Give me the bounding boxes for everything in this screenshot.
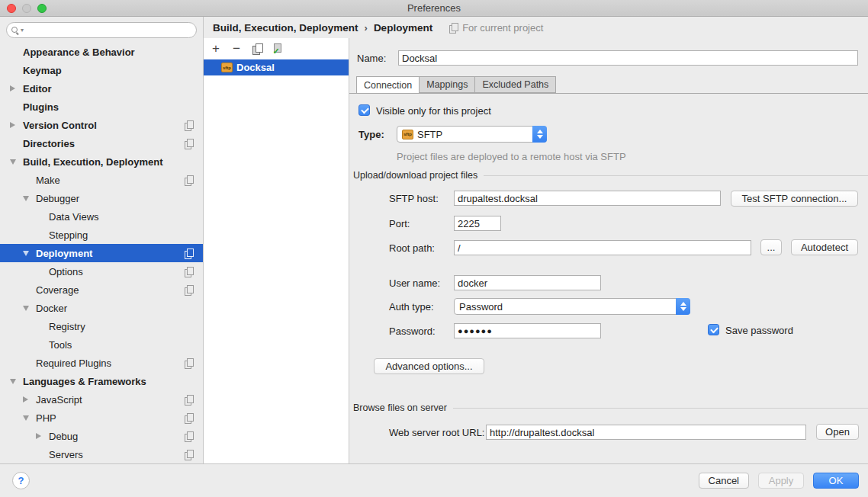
sidebar-item-languages-frameworks[interactable]: Languages & Frameworks xyxy=(0,372,203,390)
tab-label: Connection xyxy=(364,80,412,91)
sidebar-item-label: Stepping xyxy=(49,229,88,241)
copy-icon xyxy=(252,43,262,54)
cancel-button[interactable]: Cancel xyxy=(699,473,749,489)
port-input[interactable] xyxy=(454,216,501,231)
sidebar-item-label: Make xyxy=(36,175,60,186)
chevron-down-icon[interactable] xyxy=(23,306,29,311)
autodetect-button[interactable]: Autodetect xyxy=(791,239,858,255)
root-path-input[interactable] xyxy=(454,240,751,255)
sidebar-item-stepping[interactable]: Stepping xyxy=(0,226,203,244)
web-root-input[interactable] xyxy=(486,425,806,440)
add-server-button[interactable]: + xyxy=(209,42,223,56)
name-input[interactable] xyxy=(398,50,858,66)
chevron-right-icon[interactable] xyxy=(10,122,15,128)
server-list-item-docksal[interactable]: sftp Docksal xyxy=(204,59,349,75)
sidebar-item-required-plugins[interactable]: Required Plugins xyxy=(0,354,203,372)
chevron-down-icon[interactable]: ▾ xyxy=(21,27,24,34)
preferences-window: Preferences ▾ Appearance & Behavior Keym… xyxy=(0,0,868,497)
visible-only-checkbox[interactable] xyxy=(358,104,370,116)
sidebar-item-label: Plugins xyxy=(23,101,59,113)
project-level-icon xyxy=(185,358,194,368)
settings-sidebar: ▾ Appearance & Behavior Keymap Editor Pl… xyxy=(0,17,204,463)
tab-label: Excluded Paths xyxy=(482,79,548,90)
project-level-icon xyxy=(185,285,194,295)
chevron-down-icon[interactable] xyxy=(23,415,29,421)
sidebar-item-label: Keymap xyxy=(23,65,62,76)
chevron-down-icon[interactable] xyxy=(23,196,29,201)
chevron-down-icon[interactable] xyxy=(10,159,16,165)
sidebar-item-make[interactable]: Make xyxy=(0,171,203,189)
type-value: SFTP xyxy=(417,129,442,140)
auth-type-select[interactable]: Password xyxy=(454,298,690,315)
chevron-down-icon[interactable] xyxy=(23,251,29,256)
close-button[interactable] xyxy=(7,4,16,13)
sftp-host-input[interactable] xyxy=(454,191,721,206)
server-list-pane: + − ✓ sftp Docksal xyxy=(204,38,349,463)
section-label: Browse files on server xyxy=(353,402,447,413)
copy-server-button[interactable] xyxy=(250,42,264,56)
remove-server-button[interactable]: − xyxy=(230,42,243,56)
tab-connection[interactable]: Connection xyxy=(356,76,420,94)
sidebar-item-label: Registry xyxy=(49,321,85,332)
breadcrumb-separator: › xyxy=(363,22,369,34)
zoom-button[interactable] xyxy=(37,4,47,13)
sidebar-item-coverage[interactable]: Coverage xyxy=(0,281,203,299)
search-input[interactable]: ▾ xyxy=(6,22,197,38)
scope-label: For current project xyxy=(462,22,543,34)
upload-section-header: Upload/download project files xyxy=(353,170,868,181)
sidebar-item-php-debug[interactable]: Debug xyxy=(0,427,203,445)
type-select[interactable]: sftp SFTP xyxy=(397,126,547,143)
user-name-input[interactable] xyxy=(454,275,601,290)
ok-button[interactable]: OK xyxy=(813,473,859,489)
root-path-label: Root path: xyxy=(389,242,435,254)
use-as-default-icon: ✓ xyxy=(273,43,283,54)
sidebar-item-label: PHP xyxy=(36,412,56,424)
chevron-right-icon[interactable] xyxy=(36,433,41,439)
sidebar-item-keymap[interactable]: Keymap xyxy=(0,61,203,79)
save-password-label: Save password xyxy=(725,325,793,336)
browse-root-path-button[interactable]: ... xyxy=(760,239,782,255)
sidebar-item-options[interactable]: Options xyxy=(0,262,203,281)
project-level-icon xyxy=(185,139,194,149)
tab-excluded-paths[interactable]: Excluded Paths xyxy=(475,76,556,93)
sidebar-item-data-views[interactable]: Data Views xyxy=(0,207,203,226)
sidebar-item-build-execution-deployment[interactable]: Build, Execution, Deployment xyxy=(0,152,203,171)
chevron-right-icon[interactable] xyxy=(10,85,15,91)
sidebar-item-editor[interactable]: Editor xyxy=(0,79,203,98)
help-button[interactable]: ? xyxy=(12,472,30,489)
sftp-host-label: SFTP host: xyxy=(389,193,439,204)
advanced-options-button[interactable]: Advanced options... xyxy=(374,358,484,374)
project-level-icon xyxy=(185,395,194,405)
sidebar-item-php[interactable]: PHP xyxy=(0,409,203,427)
project-level-icon xyxy=(449,23,458,33)
sidebar-item-registry[interactable]: Registry xyxy=(0,317,203,335)
save-password-checkbox[interactable] xyxy=(708,324,719,335)
sidebar-item-javascript[interactable]: JavaScript xyxy=(0,390,203,409)
sidebar-item-tools[interactable]: Tools xyxy=(0,335,203,354)
tab-mappings[interactable]: Mappings xyxy=(420,76,475,93)
chevron-down-icon[interactable] xyxy=(10,379,16,384)
use-as-default-button[interactable]: ✓ xyxy=(271,42,285,56)
project-level-icon xyxy=(185,120,194,130)
search-icon xyxy=(11,27,19,34)
sidebar-item-deployment[interactable]: Deployment xyxy=(0,244,203,262)
apply-button[interactable]: Apply xyxy=(758,473,804,489)
open-button[interactable]: Open xyxy=(816,424,859,440)
sidebar-item-label: Languages & Frameworks xyxy=(23,376,146,387)
sidebar-item-directories[interactable]: Directories xyxy=(0,134,203,152)
sidebar-item-servers[interactable]: Servers xyxy=(0,445,203,463)
dropdown-arrows-icon xyxy=(676,298,690,315)
breadcrumb-parent[interactable]: Build, Execution, Deployment xyxy=(213,22,358,34)
sidebar-item-debugger[interactable]: Debugger xyxy=(0,189,203,207)
sftp-icon: sftp xyxy=(221,63,233,72)
section-label: Upload/download project files xyxy=(353,170,477,181)
sidebar-item-docker[interactable]: Docker xyxy=(0,299,203,317)
sidebar-item-plugins[interactable]: Plugins xyxy=(0,98,203,116)
sidebar-item-appearance-behavior[interactable]: Appearance & Behavior xyxy=(0,43,203,61)
password-input[interactable] xyxy=(454,323,601,338)
test-sftp-connection-button[interactable]: Test SFTP connection... xyxy=(731,191,858,207)
sidebar-item-label: Options xyxy=(49,266,83,277)
sidebar-item-version-control[interactable]: Version Control xyxy=(0,116,203,134)
server-item-label: Docksal xyxy=(236,62,275,73)
chevron-right-icon[interactable] xyxy=(23,396,28,402)
